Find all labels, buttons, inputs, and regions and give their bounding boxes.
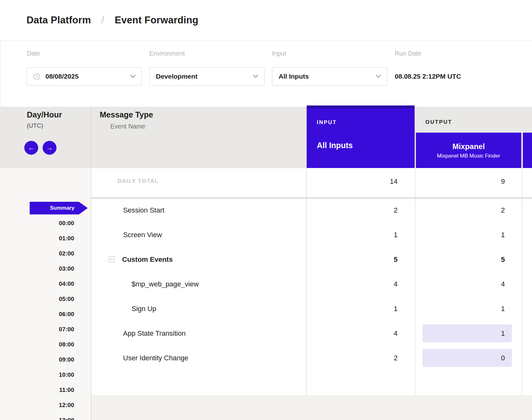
breadcrumb: Data Platform / Event Forwarding [27,0,198,40]
hour-label-00: 00:00 [0,216,74,231]
table-row-mp-web-page-view: $mp_web_page_view 4 4 [91,272,532,297]
output-connection-name: Mixpanel MB Music Finder [437,153,500,159]
output-group-label: OUTPUT [425,119,452,125]
day-hour-header: Day/Hour [27,110,62,119]
hour-label-13: 13:00 [0,413,74,420]
next-day-button[interactable]: → [43,141,56,155]
hour-label-01: 01:00 [0,231,74,246]
input-group-label: INPUT [317,119,337,126]
row-label: Session Start [123,198,164,223]
output-cell-highlight: 1 [423,324,512,342]
table-row-sign-up: Sign Up 1 1 [91,297,532,321]
input-cell-value: 4 [334,272,398,297]
environment-dropdown[interactable]: Development [149,67,264,86]
row-label: App State Transition [123,321,186,346]
daily-total-output-value: 9 [427,177,505,186]
summary-badge: Summary [30,202,79,214]
hour-label-03: 03:00 [0,261,74,276]
output-cell-value: 2 [442,198,505,223]
output-column-partial [523,133,532,168]
chevron-down-icon [375,74,381,79]
summary-label: Summary [50,205,74,211]
input-cell-value: 5 [334,247,398,272]
breadcrumb-separator: / [101,14,104,26]
table-row-screen-view: Screen View 1 1 [91,223,532,247]
input-column-header[interactable]: INPUT All Inputs [307,105,415,168]
row-label: User Identity Change [123,346,188,370]
input-dropdown[interactable]: All Inputs [272,67,387,86]
input-filter-label: Input [272,50,286,57]
minus-icon [110,259,113,260]
message-type-header: Message Type [100,110,153,119]
arrow-right-icon: → [46,144,53,152]
output-name: Mixpanel [452,142,485,151]
date-value: 08/08/2025 [45,73,79,80]
summary-badge-arrow [79,202,88,214]
output-cell-value: 1 [442,223,505,247]
breadcrumb-bar: Data Platform / Event Forwarding [0,0,532,41]
input-column-top-strip [307,105,415,108]
input-cell-value: 1 [334,297,398,321]
output-column-header-mixpanel[interactable]: Mixpanel Mixpanel MB Music Finder [416,133,521,168]
collapse-toggle[interactable] [109,256,115,262]
table-row-app-state-transition: App State Transition 4 1 [91,321,532,346]
hour-label-08: 08:00 [0,337,74,352]
table-row-user-identity-change: User Identity Change 2 0 [91,346,532,370]
output-cell-highlight: 0 [423,349,512,367]
output-cell-value: 1 [442,297,505,321]
event-forwarding-page: Data Platform / Event Forwarding Date En… [0,0,532,420]
hour-label-07: 07:00 [0,322,74,337]
arrow-left-icon: ← [28,144,35,152]
row-label: Sign Up [132,297,156,321]
hour-label-06: 06:00 [0,307,74,322]
input-cell-value: 2 [334,346,398,370]
previous-day-button[interactable]: ← [24,141,38,155]
event-name-subtitle: Event Name [110,123,145,130]
hour-label-11: 11:00 [0,382,74,398]
date-filter-label: Date [27,50,40,57]
table-empty-area [91,395,532,420]
input-cell-value: 2 [334,198,398,223]
input-cell-value: 1 [334,223,398,247]
table-row-custom-events: Custom Events 5 5 [91,247,532,272]
input-cell-value: 4 [334,321,398,346]
input-column-name: All Inputs [317,141,353,150]
row-label: Custom Events [122,247,173,272]
input-filter-value: All Inputs [279,73,309,80]
table-row-session-start: Session Start 2 2 [91,198,532,223]
hour-label-02: 02:00 [0,246,74,261]
hour-label-09: 09:00 [0,352,74,367]
environment-value: Development [156,73,198,80]
page-title-event-forwarding: Event Forwarding [115,15,198,26]
date-dropdown[interactable]: 08/08/2025 [27,67,142,86]
chevron-down-icon [253,74,258,79]
clock-icon [33,73,40,80]
daily-total-label: DAILY TOTAL [117,178,159,184]
run-date-label: Run Date [395,50,422,57]
row-label: $mp_web_page_view [132,272,199,297]
hour-label-10: 10:00 [0,367,74,382]
environment-filter-label: Environment [149,50,185,57]
breadcrumb-section-data-platform[interactable]: Data Platform [27,15,91,26]
hour-label-04: 04:00 [0,276,74,291]
output-cell-value: 5 [442,247,505,272]
chevron-down-icon [130,74,136,79]
utc-subtitle: (UTC) [27,122,43,129]
row-label: Screen View [123,223,162,247]
output-cell-value: 4 [442,272,505,297]
hour-label-12: 12:00 [0,398,74,413]
hour-label-05: 05:00 [0,291,74,307]
run-date-value: 08.08.25 2:12PM UTC [395,67,461,86]
daily-total-input-value: 14 [319,177,398,186]
